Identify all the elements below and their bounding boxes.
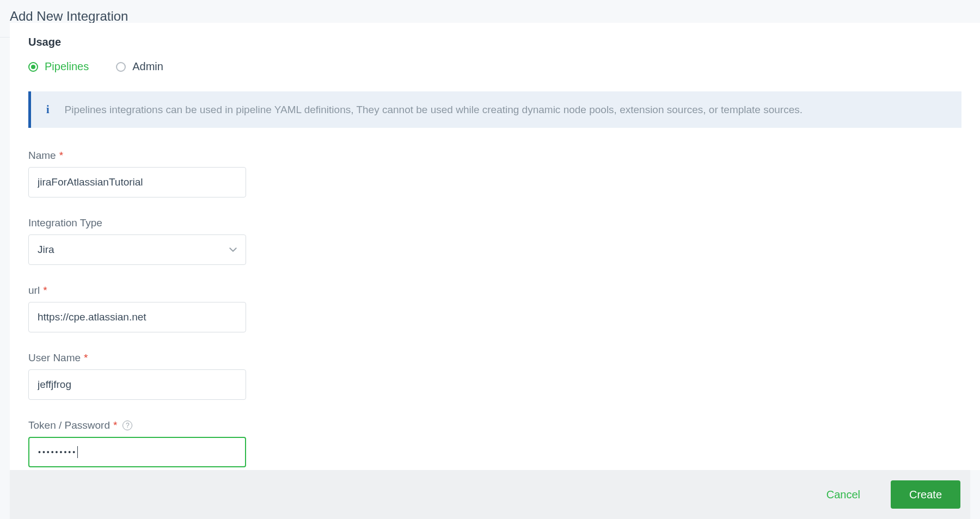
text-cursor	[77, 446, 78, 458]
password-value: •••••••••	[38, 448, 77, 456]
info-banner: i Pipelines integrations can be used in …	[28, 91, 961, 128]
name-input[interactable]	[28, 167, 246, 197]
usage-radio-admin[interactable]: Admin	[116, 60, 163, 73]
required-icon: *	[59, 150, 63, 162]
field-password: Token / Password* ? •••••••••	[28, 419, 961, 467]
create-button[interactable]: Create	[891, 480, 960, 509]
required-icon: *	[43, 285, 47, 296]
field-label: url*	[28, 285, 961, 296]
radio-icon	[28, 62, 38, 72]
required-icon: *	[113, 419, 117, 431]
radio-label: Pipelines	[45, 60, 89, 73]
help-icon[interactable]: ?	[122, 421, 132, 430]
cancel-button[interactable]: Cancel	[808, 480, 879, 509]
radio-label: Admin	[132, 60, 163, 73]
label-text: Name	[28, 150, 56, 162]
form-panel: Usage Pipelines Admin i Pipelines integr…	[10, 23, 980, 470]
radio-icon	[116, 62, 126, 72]
username-input[interactable]	[28, 369, 246, 400]
label-text: User Name	[28, 352, 81, 364]
usage-radio-group: Pipelines Admin	[28, 60, 961, 73]
label-text: Token / Password	[28, 419, 110, 431]
section-title-usage: Usage	[28, 36, 961, 48]
info-icon: i	[46, 103, 50, 116]
field-username: User Name*	[28, 352, 961, 400]
integration-type-select[interactable]: Jira	[28, 234, 246, 265]
label-text: url	[28, 285, 40, 296]
chevron-down-icon	[229, 246, 237, 254]
password-input[interactable]: •••••••••	[28, 437, 246, 467]
required-icon: *	[84, 352, 88, 364]
field-url: url*	[28, 285, 961, 332]
usage-radio-pipelines[interactable]: Pipelines	[28, 60, 89, 73]
field-label: Token / Password* ?	[28, 419, 961, 431]
field-label: Integration Type	[28, 217, 961, 229]
info-text: Pipelines integrations can be used in pi…	[65, 104, 803, 116]
field-label: User Name*	[28, 352, 961, 364]
field-label: Name*	[28, 150, 961, 162]
footer: Cancel Create	[10, 470, 970, 519]
field-name: Name*	[28, 150, 961, 197]
select-value: Jira	[38, 244, 54, 256]
label-text: Integration Type	[28, 217, 102, 229]
page-title: Add New Integration	[10, 9, 970, 24]
field-integration-type: Integration Type Jira	[28, 217, 961, 265]
url-input[interactable]	[28, 302, 246, 332]
